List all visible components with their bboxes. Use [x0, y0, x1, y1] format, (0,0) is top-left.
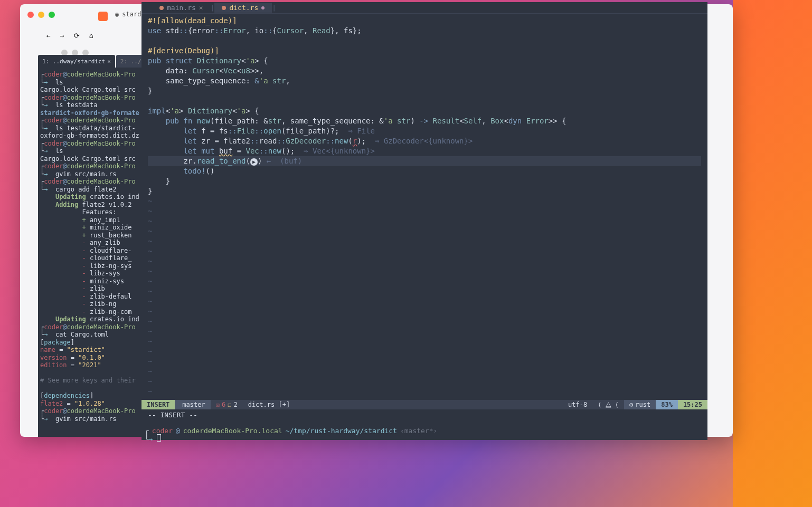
filename: dict.rs [+]	[243, 400, 563, 409]
scroll-percent: 83%	[656, 400, 678, 409]
close-icon[interactable]: ×	[107, 58, 111, 65]
tab-label: dict.rs	[229, 4, 258, 12]
home-icon[interactable]: ⌂	[89, 32, 93, 40]
forward-icon[interactable]: →	[60, 32, 64, 40]
close-window-button[interactable]	[27, 12, 34, 18]
mode-indicator: INSERT	[141, 400, 175, 409]
cursor-icon: ▶	[250, 158, 258, 166]
rust-icon: ⚙	[629, 401, 633, 408]
browser-nav: ← → ⟳ ⌂	[46, 32, 93, 40]
github-icon: ◉	[115, 11, 119, 18]
warning-icon: ☐	[228, 401, 231, 408]
diagnostics[interactable]: ☒6 ☐2	[211, 400, 243, 409]
code-line: #![allow(dead_code)]	[148, 16, 237, 25]
editor-tab-bar: main.rs × | dict.rs |	[141, 2, 707, 14]
tab-label: main.rs	[167, 4, 196, 12]
editor-window: main.rs × | dict.rs | #![allow(dead_code…	[141, 2, 707, 440]
window-traffic-lights	[27, 12, 55, 18]
close-icon[interactable]: ×	[199, 4, 203, 12]
modified-dot-icon	[222, 6, 226, 10]
error-icon: ☒	[216, 401, 220, 408]
git-branch: master	[175, 400, 210, 409]
encoding: utf-8	[563, 400, 592, 409]
filetype: ⚙ rust	[624, 400, 656, 409]
editor-tab-dict[interactable]: dict.rs	[214, 3, 272, 13]
tab-label: 1: ..dway/stardict	[42, 58, 105, 65]
cursor-block	[157, 434, 161, 442]
minimize-window-button[interactable]	[38, 12, 44, 18]
code-area[interactable]: #![allow(dead_code)] use std::{error::Er…	[141, 14, 707, 399]
firefox-icon[interactable]	[98, 12, 108, 21]
sep-icons: ⟨ ⧋ ⟨	[592, 400, 624, 409]
terminal-tab-1[interactable]: 1: ..dway/stardict ×	[38, 55, 115, 68]
editor-statusline: INSERT master ☒6 ☐2 dict.rs [+] utf-8 ⟨ …	[141, 400, 707, 409]
back-icon[interactable]: ←	[46, 32, 51, 40]
vim-cmdline: -- INSERT --	[148, 411, 197, 419]
maximize-window-button[interactable]	[49, 12, 55, 18]
modified-dot-icon	[159, 6, 164, 10]
terminal-pane[interactable]: ┌coder@coderdeMacBook-Pro └→ ls Cargo.lo…	[38, 68, 141, 437]
editor-tab-main[interactable]: main.rs ×	[152, 3, 211, 13]
tmux-prompt[interactable]: ┌ coder@coderdeMacBook-Pro.local ~/tmp/r…	[145, 427, 440, 435]
cursor-position: 15:25	[678, 400, 707, 409]
reload-icon[interactable]: ⟳	[74, 32, 80, 40]
modified-indicator-icon	[261, 6, 265, 9]
